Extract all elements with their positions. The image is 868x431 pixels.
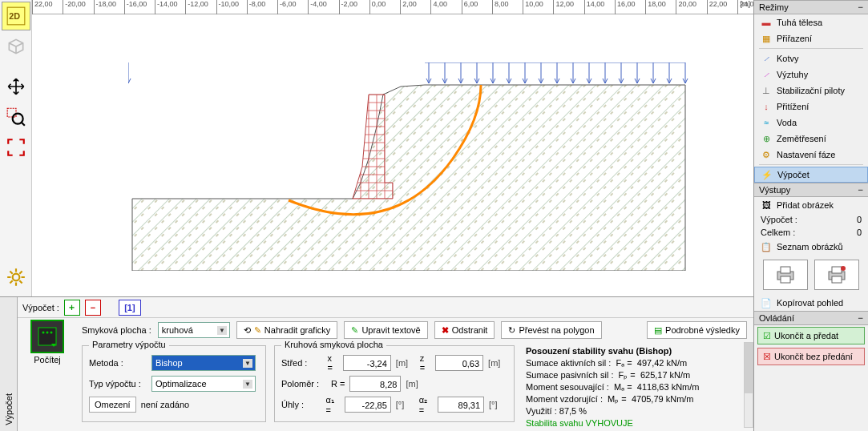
ruler-tick: 0,00 — [369, 0, 386, 14]
drawing-canvas[interactable] — [32, 14, 753, 295]
pan-button[interactable] — [2, 72, 30, 101]
slip-surface-combo[interactable]: kruhová — [158, 322, 230, 338]
ruler-tick: -16,00 — [124, 0, 147, 14]
finish-cancel-label: Ukončit bez předání — [774, 352, 853, 361]
slip-circle-title: Kruhová smyková plocha — [281, 340, 386, 349]
mode-item-1[interactable]: ▦Přiřazení — [754, 30, 868, 46]
mode-icon: ▬ — [761, 17, 772, 28]
mode-label: Tuhá tělesa — [777, 18, 822, 27]
calc-count-value: 0 — [857, 215, 862, 224]
print-color-button[interactable] — [814, 260, 859, 290]
svg-text:2D: 2D — [9, 11, 20, 21]
fit-button[interactable] — [2, 133, 30, 162]
mode-item-5[interactable]: ↓Přitížení — [754, 99, 868, 115]
refresh-icon: ⟲ — [244, 325, 251, 336]
bottom-side-label: Výpočet — [0, 297, 18, 431]
finish-cancel-button[interactable]: ☒ Ukončit bez předání — [757, 348, 865, 365]
a1-input[interactable]: -22,85 — [345, 397, 391, 413]
mode-item-4[interactable]: ⊥Stabilizační piloty — [754, 83, 868, 99]
ruler-tick: 22,00 — [32, 0, 53, 14]
calc-params-group: Parametry výpočtu Metoda : Bishop Typ vý… — [82, 345, 266, 422]
mode-icon: ↓ — [761, 101, 772, 112]
mode-icon: ⚡ — [761, 169, 773, 180]
mode-item-9[interactable]: ⚡Výpočet — [754, 167, 868, 183]
mode-item-6[interactable]: ≈Voda — [754, 115, 868, 131]
pencil-icon: ✎ — [254, 325, 261, 336]
mode-icon: ⟋ — [761, 69, 772, 80]
center-label: Střed : — [281, 358, 322, 368]
calc-tab-1[interactable]: [1] — [119, 300, 141, 316]
ruler-tick: 16,00 — [615, 0, 636, 14]
z-input[interactable]: 0,63 — [435, 355, 483, 371]
settings-button[interactable] — [2, 263, 30, 292]
mode-icon: ▦ — [761, 33, 772, 44]
copy-view-button[interactable]: 📄 Kopírovat pohled — [754, 295, 868, 311]
finish-ok-button[interactable]: ☑ Ukončit a předat — [757, 327, 865, 344]
modes-header: Režimy − — [754, 0, 868, 14]
collapse-icon[interactable]: − — [858, 185, 863, 195]
ruler-tick: 18,00 — [645, 0, 666, 14]
mode-label: Výpočet — [777, 170, 809, 179]
x-icon: ✖ — [442, 325, 449, 336]
collapse-icon[interactable]: − — [858, 313, 863, 323]
a1-label: α₁ = — [326, 395, 341, 415]
scrollbar[interactable] — [744, 342, 753, 428]
add-image-button[interactable]: 🖼 Přidat obrázek — [754, 197, 868, 213]
ruler-tick: 22,00 — [707, 0, 728, 14]
ruler-tick: -20,00 — [63, 0, 86, 14]
view-3d-button[interactable] — [2, 32, 30, 61]
detail-results-button[interactable]: ▤Podrobné výsledky — [647, 321, 747, 339]
total-count-value: 0 — [857, 228, 862, 237]
r-input[interactable]: 8,28 — [349, 376, 401, 392]
a2-input[interactable]: 89,31 — [438, 397, 484, 413]
print-button[interactable] — [763, 260, 808, 290]
mode-item-0[interactable]: ▬Tuhá tělesa — [754, 14, 868, 30]
calculate-label: Počítej — [24, 355, 71, 365]
remove-calc-button[interactable]: − — [85, 300, 101, 316]
svg-rect-2 — [7, 108, 16, 117]
control-title: Ovládání — [759, 313, 794, 323]
view-2d-button[interactable]: 2D — [2, 2, 30, 30]
add-image-label: Přidat obrázek — [777, 200, 834, 210]
bottom-panel: Výpočet Výpočet : ＋ − [1] Počítej Smykov… — [0, 296, 753, 431]
remove-button[interactable]: ✖Odstranit — [434, 321, 495, 339]
check-icon: ☑ — [763, 331, 771, 341]
r-label: R = — [331, 379, 345, 389]
svg-rect-33 — [832, 276, 842, 283]
collapse-icon[interactable]: − — [858, 2, 863, 12]
x-input[interactable]: -3,24 — [343, 355, 391, 371]
svg-point-5 — [12, 274, 19, 281]
calculate-button[interactable]: Počítej — [24, 320, 71, 365]
convert-polygon-button[interactable]: ↻Převést na polygon — [501, 321, 601, 339]
calc-type-combo[interactable]: Optimalizace — [151, 376, 256, 392]
mode-label: Kotvy — [777, 54, 799, 63]
calc-type-label: Typ výpočtu : — [89, 379, 147, 389]
calc-count-label: Výpočet : — [761, 215, 797, 224]
ruler-tick: -18,00 — [94, 0, 117, 14]
edit-text-button[interactable]: ✎Upravit textově — [344, 321, 427, 339]
add-calc-button[interactable]: ＋ — [64, 300, 80, 316]
ruler-tick: -6,00 — [277, 0, 297, 14]
mode-item-2[interactable]: ⟋Kotvy — [754, 50, 868, 66]
method-combo[interactable]: Bishop — [151, 355, 256, 371]
mode-item-8[interactable]: ⚙Nastavení fáze — [754, 147, 868, 163]
add-image-icon: 🖼 — [761, 199, 772, 211]
svg-rect-29 — [781, 267, 790, 273]
ruler-tick: 14,00 — [584, 0, 605, 14]
ruler-tick: 12,00 — [553, 0, 574, 14]
modes-title: Režimy — [759, 2, 789, 12]
a2-label: α₂ = — [419, 395, 434, 415]
results-title: Posouzení stability svahu (Bishop) — [526, 346, 672, 356]
ruler-tick: 4,00 — [430, 0, 447, 14]
ruler-tick: 6,00 — [462, 0, 478, 14]
ruler-tick: -2,00 — [339, 0, 358, 14]
mode-label: Voda — [777, 118, 797, 127]
mode-item-7[interactable]: ⊕Zemětřesení — [754, 131, 868, 147]
limits-button[interactable]: Omezení — [89, 397, 136, 413]
convert-icon: ↻ — [508, 325, 515, 336]
mode-item-3[interactable]: ⟋Výztuhy — [754, 66, 868, 83]
replace-graph-button[interactable]: ⟲✎Nahradit graficky — [236, 321, 338, 339]
image-list-button[interactable]: 📋 Seznam obrázků — [754, 239, 868, 255]
mode-icon: ⊕ — [761, 133, 772, 144]
zoom-button[interactable] — [2, 103, 30, 131]
